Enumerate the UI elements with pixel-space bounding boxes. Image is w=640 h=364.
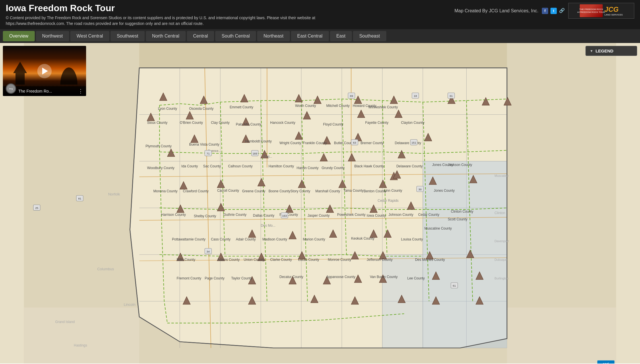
- legend-label: LEGEND: [596, 48, 614, 53]
- svg-text:Burlington: Burlington: [494, 277, 509, 280]
- svg-text:69: 69: [350, 94, 353, 97]
- tab-northeast[interactable]: Northeast: [257, 31, 290, 41]
- svg-text:Mills County: Mills County: [177, 258, 195, 262]
- svg-text:Greene County: Greene County: [242, 189, 265, 193]
- svg-text:Norfolk: Norfolk: [108, 192, 120, 196]
- tab-northwest[interactable]: Northwest: [36, 31, 69, 41]
- svg-text:Clarke County: Clarke County: [270, 258, 292, 262]
- main-area: Lyon County Osceola County Emmett County…: [0, 43, 640, 364]
- svg-text:Wright County: Wright County: [280, 141, 301, 145]
- tab-southeast[interactable]: Southeast: [353, 31, 386, 41]
- svg-text:Monroe County: Monroe County: [328, 258, 351, 262]
- svg-text:30: 30: [418, 188, 422, 191]
- svg-text:Iowa County: Iowa County: [367, 214, 386, 218]
- svg-text:Shelby County: Shelby County: [194, 214, 216, 218]
- svg-text:Boone County: Boone County: [269, 189, 290, 193]
- svg-text:Plymouth County: Plymouth County: [146, 144, 172, 148]
- tab-central[interactable]: Central: [187, 31, 214, 41]
- jcg-sub: Land Services: [604, 13, 623, 16]
- tab-north-central[interactable]: North Central: [146, 31, 186, 41]
- tab-southwest[interactable]: Southwest: [110, 31, 145, 41]
- video-more-button[interactable]: ⋮: [78, 88, 83, 94]
- svg-text:Story County: Story County: [290, 189, 310, 193]
- svg-text:Delaware County: Delaware County: [396, 164, 423, 168]
- svg-text:Crawford County: Crawford County: [183, 189, 209, 193]
- nav-tabs: Overview Northwest West Central Southwes…: [0, 29, 640, 43]
- svg-text:Ida County: Ida County: [181, 164, 198, 168]
- svg-text:Marion County: Marion County: [303, 238, 325, 242]
- tab-east-central[interactable]: East Central: [291, 31, 329, 41]
- svg-text:Hamilton County: Hamilton County: [269, 164, 294, 168]
- svg-text:Sac County: Sac County: [203, 164, 221, 168]
- svg-text:Jones County: Jones County: [434, 189, 455, 193]
- svg-text:Lyon County: Lyon County: [158, 107, 177, 111]
- svg-text:Winneshiek County: Winneshiek County: [368, 105, 398, 109]
- svg-text:169: 169: [253, 152, 257, 155]
- svg-text:Jasper County: Jasper County: [308, 214, 330, 218]
- svg-text:Clinton: Clinton: [494, 211, 505, 215]
- tab-east[interactable]: East: [330, 31, 352, 41]
- svg-text:71: 71: [207, 152, 210, 155]
- copyright-text: © Content provided by The Freedom Rock a…: [6, 15, 321, 26]
- map-container[interactable]: Lyon County Osceola County Emmett County…: [0, 43, 640, 364]
- link-icon[interactable]: 🔗: [559, 8, 565, 14]
- facebook-icon[interactable]: f: [542, 8, 548, 14]
- svg-text:Harrison County: Harrison County: [161, 213, 186, 217]
- svg-text:Fayette County: Fayette County: [365, 121, 388, 125]
- header: Iowa Freedom Rock Tour © Content provide…: [0, 0, 640, 29]
- video-panel: img The Freedom Ro... ⋮: [3, 46, 86, 96]
- svg-text:Bremer County: Bremer County: [360, 141, 383, 145]
- svg-text:Madison County: Madison County: [262, 238, 287, 242]
- tab-overview[interactable]: Overview: [3, 31, 35, 41]
- svg-text:Jefferson County: Jefferson County: [367, 258, 393, 262]
- svg-text:Appanoose County: Appanoose County: [326, 275, 356, 279]
- play-icon: [42, 68, 48, 75]
- svg-text:18: 18: [414, 94, 417, 97]
- play-button[interactable]: [37, 64, 52, 78]
- video-thumbnail: img The Freedom Ro... ⋮: [3, 46, 86, 96]
- svg-text:Jackson County: Jackson County: [448, 163, 472, 167]
- svg-text:Davenport: Davenport: [494, 239, 509, 243]
- svg-text:Lee County: Lee County: [407, 276, 425, 280]
- header-right: Map Created By JCG Land Services, Inc. f…: [454, 3, 634, 19]
- twitter-icon[interactable]: t: [550, 8, 557, 14]
- svg-text:Hastings: Hastings: [74, 343, 87, 347]
- svg-text:Muscatine: Muscatine: [494, 174, 509, 177]
- svg-text:63: 63: [353, 141, 356, 144]
- svg-text:Marshall County: Marshall County: [315, 189, 340, 193]
- chevron-down-icon: ▼: [590, 49, 593, 53]
- svg-text:Sioux County: Sioux County: [147, 121, 167, 125]
- svg-text:Tama County: Tama County: [343, 189, 363, 193]
- svg-text:Taylor County: Taylor County: [231, 276, 252, 280]
- svg-text:Clay County: Clay County: [211, 121, 230, 125]
- svg-text:Columbus: Columbus: [97, 267, 114, 271]
- header-left: Iowa Freedom Rock Tour © Content provide…: [6, 3, 321, 26]
- jcg-logo-image: THE FREEDOM ROCKA FREEDOM ROCK TOUR: [580, 4, 603, 17]
- tab-west-central[interactable]: West Central: [70, 31, 109, 41]
- svg-text:Emmett County: Emmett County: [230, 105, 253, 109]
- map-svg: Lyon County Osceola County Emmett County…: [0, 43, 640, 364]
- tab-south-central[interactable]: South Central: [215, 31, 256, 41]
- svg-text:Cedar Rapids: Cedar Rapids: [378, 199, 399, 203]
- svg-text:Clayton County: Clayton County: [401, 121, 424, 125]
- svg-text:Monona County: Monona County: [153, 189, 177, 193]
- svg-text:61: 61: [453, 284, 456, 287]
- svg-text:Floyd County: Floyd County: [323, 122, 343, 126]
- svg-text:Poweshiek County: Poweshiek County: [337, 213, 366, 217]
- svg-text:Grand Island: Grand Island: [55, 320, 75, 324]
- svg-text:Scott County: Scott County: [448, 217, 467, 221]
- svg-text:Van Buren County: Van Buren County: [370, 275, 398, 279]
- svg-text:Black Hawk County: Black Hawk County: [354, 164, 384, 168]
- svg-text:Lucas County: Lucas County: [298, 258, 319, 262]
- svg-text:Calhoun County: Calhoun County: [228, 164, 253, 168]
- svg-text:Johnson County: Johnson County: [389, 213, 413, 217]
- svg-text:Dallas County: Dallas County: [253, 214, 274, 218]
- svg-text:25: 25: [35, 206, 38, 210]
- video-footer: img The Freedom Ro... ⋮: [3, 86, 86, 96]
- svg-text:Benton County: Benton County: [364, 189, 386, 193]
- svg-text:Guthrie County: Guthrie County: [223, 213, 246, 217]
- video-title: The Freedom Ro...: [18, 89, 52, 93]
- svg-text:Muscatine County: Muscatine County: [424, 227, 452, 231]
- svg-text:Fremont County: Fremont County: [177, 276, 201, 280]
- legend-toggle[interactable]: ▼ LEGEND: [586, 46, 637, 56]
